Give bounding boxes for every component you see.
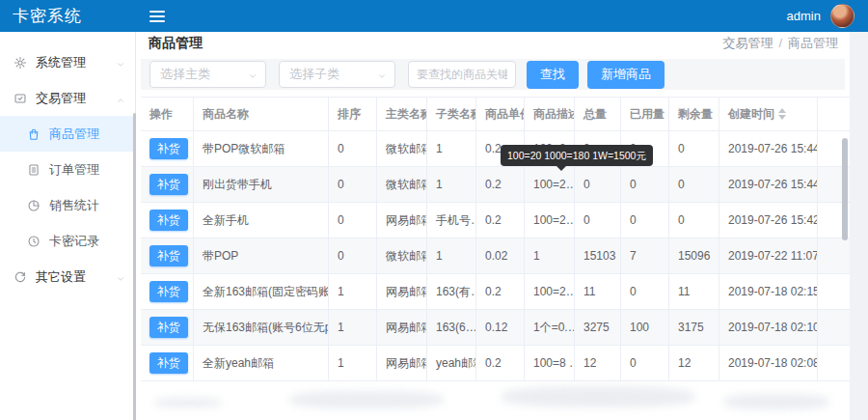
- column-header: 商品名称: [194, 98, 329, 130]
- cell-sort-order: 0: [329, 167, 377, 202]
- cell-main-category: 微软邮箱: [377, 238, 427, 273]
- restock-button[interactable]: 补货: [149, 245, 188, 266]
- cell-description: 100=8 …: [525, 346, 575, 380]
- breadcrumb-item-current: 商品管理: [788, 36, 838, 50]
- tooltip-caret-icon: [556, 166, 566, 171]
- add-product-button[interactable]: 新增商品: [587, 61, 665, 89]
- cell-used: 0: [621, 274, 669, 309]
- column-header: 子类名称: [427, 98, 476, 130]
- cell-total: 0: [575, 203, 621, 238]
- cell-sub-category: 1: [427, 167, 476, 202]
- restock-button[interactable]: 补货: [149, 174, 188, 195]
- sidebar-item-label: 商品管理: [49, 126, 99, 143]
- cell-empty: [818, 238, 850, 273]
- cell-sub-category: 1: [427, 238, 476, 273]
- column-header: 排序: [329, 98, 377, 130]
- table-row: 补货 带POP微软邮箱 0 微软邮箱 1 0.2 100=2… 0 0 0 20…: [141, 131, 850, 167]
- chevron-up-icon: [116, 94, 125, 103]
- cell-created-time: 2019-07-26 15:44:09: [719, 167, 818, 202]
- action-cell: 补货: [141, 238, 194, 273]
- user-name[interactable]: admin: [787, 9, 821, 23]
- clock-icon: [27, 235, 41, 248]
- hamburger-menu-icon[interactable]: [149, 11, 165, 22]
- restock-button[interactable]: 补货: [149, 138, 188, 159]
- sidebar-scrollbar[interactable]: [133, 113, 136, 420]
- sidebar-item-products[interactable]: 商品管理: [0, 116, 135, 152]
- breadcrumb-item[interactable]: 交易管理: [722, 36, 773, 50]
- cell-product-name: 全新163邮箱(固定密码账号随…: [194, 274, 329, 309]
- cell-created-time: 2019-07-26 15:42:33: [719, 203, 818, 238]
- cell-description: 100=2…: [525, 167, 575, 202]
- cell-product-name: 全新yeah邮箱: [194, 346, 329, 380]
- sub-category-select[interactable]: 选择子类: [279, 61, 395, 88]
- folder-check-icon: [14, 92, 27, 105]
- cell-sort-order: 0: [329, 238, 377, 273]
- page-gutter: [850, 32, 868, 420]
- blur-artifact: [154, 398, 222, 407]
- page-title: 商品管理: [149, 35, 203, 52]
- restock-button[interactable]: 补货: [149, 352, 188, 374]
- cell-empty: [818, 274, 850, 309]
- column-header: 商品单价: [476, 98, 525, 130]
- sidebar-item-card-records[interactable]: 卡密记录: [0, 223, 135, 259]
- avatar[interactable]: [830, 4, 854, 28]
- chevron-down-icon: [377, 70, 387, 79]
- main-category-select[interactable]: 选择主类: [149, 61, 266, 88]
- action-cell: 补货: [141, 167, 194, 202]
- cell-unit-price: 0.2: [476, 167, 525, 202]
- cell-used: 0: [621, 167, 669, 202]
- cell-sort-order: 1: [329, 310, 377, 345]
- table-row: 补货 刚出货带手机 0 微软邮箱 1 0.2 100=2… 0 0 0 2019…: [141, 167, 850, 203]
- sidebar-item-orders[interactable]: 订单管理: [0, 152, 135, 187]
- action-cell: 补货: [141, 131, 194, 166]
- table-header-row: 操作 商品名称 排序 主类名称 子类名称 商品单价 商品描述 总量 已用量 剩余…: [141, 97, 850, 131]
- sidebar-item-label: 卡密记录: [49, 233, 99, 250]
- sidebar-group-label: 系统管理: [36, 54, 86, 71]
- sidebar-item-label: 销售统计: [49, 197, 99, 214]
- sidebar-item-sales-stats[interactable]: 销售统计: [0, 187, 135, 223]
- cell-unit-price: 0.02: [476, 238, 525, 273]
- cell-sub-category: yeah邮箱: [427, 346, 476, 380]
- cell-remaining: 3175: [669, 310, 719, 345]
- cell-sort-order: 1: [329, 274, 377, 309]
- cell-remaining: 0: [669, 131, 719, 166]
- restock-button[interactable]: 补货: [149, 281, 188, 302]
- cell-product-name: 带POP微软邮箱: [194, 131, 329, 166]
- pie-chart-icon: [27, 199, 41, 212]
- gear-icon: [14, 56, 27, 70]
- cell-created-time: 2019-07-22 11:07:31: [719, 238, 818, 273]
- document-icon: [27, 163, 41, 177]
- sidebar-item-label: 订单管理: [49, 161, 99, 179]
- keyword-input[interactable]: [408, 61, 516, 88]
- cell-product-name: 无保163邮箱(账号6位无pop): [194, 310, 329, 345]
- cell-unit-price: 0.2: [476, 203, 525, 238]
- cell-sort-order: 0: [329, 203, 377, 238]
- table-scrollbar[interactable]: [842, 138, 848, 240]
- blur-artifact: [502, 386, 694, 407]
- breadcrumb-separator: /: [778, 36, 782, 50]
- cell-total: 12: [575, 346, 621, 380]
- cell-used: 7: [621, 238, 669, 273]
- search-button[interactable]: 查找: [527, 61, 579, 89]
- breadcrumb: 交易管理/商品管理: [722, 35, 838, 52]
- cell-sub-category: 手机号…: [427, 203, 476, 238]
- sidebar-group-system[interactable]: 系统管理: [0, 44, 135, 80]
- sidebar-group-other-settings[interactable]: 其它设置: [0, 259, 135, 294]
- restock-button[interactable]: 补货: [149, 317, 188, 338]
- restock-button[interactable]: 补货: [149, 210, 188, 231]
- cell-used: 0: [621, 346, 669, 380]
- table-row: 补货 全新手机 0 网易邮箱 手机号… 0.2 100=2… 0 0 0 201…: [141, 203, 850, 238]
- cell-sort-order: 1: [329, 346, 377, 380]
- action-cell: 补货: [141, 346, 194, 380]
- cell-product-name: 全新手机: [194, 203, 329, 238]
- cell-remaining: 15096: [669, 238, 719, 273]
- cell-unit-price: 0.2: [476, 274, 525, 309]
- sort-carets[interactable]: [778, 108, 786, 120]
- cell-sub-category: 163(6…: [427, 310, 476, 345]
- chevron-down-icon: [248, 70, 258, 79]
- sidebar-group-trade[interactable]: 交易管理: [0, 80, 135, 116]
- table-body: 补货 带POP微软邮箱 0 微软邮箱 1 0.2 100=2… 0 0 0 20…: [141, 131, 850, 381]
- cell-created-time: 2019-07-18 02:15:54: [719, 274, 818, 309]
- cell-remaining: 11: [669, 274, 719, 309]
- action-cell: 补货: [141, 274, 194, 309]
